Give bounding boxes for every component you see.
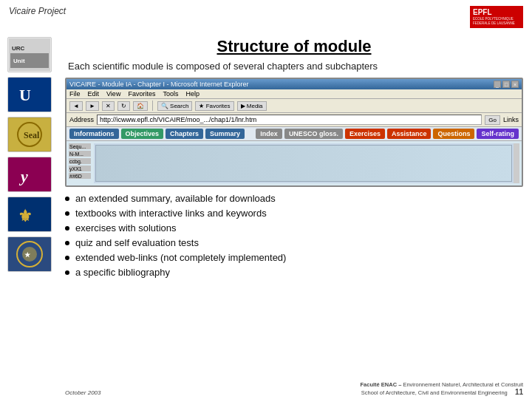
menu-file[interactable]: File	[69, 90, 81, 98]
address-input[interactable]: http://icwww.epfl.ch/VICAIRE/moo_.../cha…	[97, 115, 482, 125]
footer-date: October 2003	[65, 389, 100, 396]
tab-summary[interactable]: Summary	[205, 129, 245, 139]
nav-tabs: Informations Objectives Chapters Summary…	[66, 127, 522, 141]
svg-text:★: ★	[24, 251, 31, 259]
bullet-text-3: exercises with solutions	[75, 222, 177, 233]
bullet-item-5: extended web-links (not completely imple…	[65, 252, 523, 263]
forward-button[interactable]: ►	[86, 101, 99, 111]
project-title: Vicaire Project	[9, 6, 66, 16]
bullet-item-6: a specific bibliography	[65, 267, 523, 278]
tab-questions[interactable]: Questions	[433, 129, 474, 139]
bullet-text-4: quiz and self evaluation tests	[75, 237, 199, 248]
bullet-text-6: a specific bibliography	[75, 267, 170, 278]
svg-rect-13	[9, 158, 50, 191]
bullet-item-3: exercises with solutions	[65, 222, 523, 233]
svg-text:FEDERALE DE LAUSANNE: FEDERALE DE LAUSANNE	[473, 21, 515, 25]
links-label: Links	[503, 116, 519, 123]
tab-index[interactable]: Index	[256, 129, 282, 139]
bullets-list: an extended summary, available for downl…	[65, 193, 523, 278]
svg-text:Seal: Seal	[24, 130, 40, 140]
bullet-item-1: an extended summary, available for downl…	[65, 193, 523, 204]
svg-text:EPFL: EPFL	[473, 8, 492, 16]
svg-text:URC: URC	[12, 45, 25, 52]
menu-help[interactable]: Help	[185, 90, 200, 98]
tab-selfrating[interactable]: Self-rating	[477, 129, 519, 139]
browser-sidebar: Sequ... N-M... ccbg. yXX1 ##6D	[69, 143, 91, 183]
browser-scrollbar[interactable]	[514, 143, 519, 183]
address-label: Address	[69, 116, 94, 123]
footer: October 2003 Faculté ENAC – Environnemen…	[65, 381, 523, 396]
close-button[interactable]: ×	[511, 81, 519, 88]
main-content: Structure of module Each scientific modu…	[65, 37, 523, 278]
footer-page-num: 11	[515, 388, 523, 396]
logo-gold: Seal	[7, 117, 52, 152]
bullet-dot-2	[65, 211, 69, 216]
logo-seal: ★	[7, 236, 52, 272]
browser-content-area: Sequ... N-M... ccbg. yXX1 ##6D	[66, 141, 522, 185]
logo-trident: ⚜	[7, 197, 52, 232]
svg-text:ECOLE POLYTECHNIQUE: ECOLE POLYTECHNIQUE	[473, 17, 514, 21]
epfl-logo-svg: EPFL ECOLE POLYTECHNIQUE FEDERALE DE LAU…	[470, 6, 523, 28]
tab-assistance[interactable]: Assistance	[387, 129, 432, 139]
footer-info: Faculté ENAC – Environnement Naturel, Ar…	[360, 381, 523, 396]
bullet-dot-5	[65, 256, 69, 260]
menu-favorites[interactable]: Favorites	[128, 90, 155, 98]
nav-tabs-right: Index UNESCO gloss. Exercises Assistance…	[256, 129, 519, 139]
bullet-text-1: an extended summary, available for downl…	[75, 193, 276, 204]
back-button[interactable]: ◄	[69, 101, 83, 111]
browser-menu: File Edit View Favorites Tools Help	[66, 89, 522, 99]
home-button[interactable]: 🏠	[133, 101, 148, 111]
tab-objectives[interactable]: Objectives	[121, 129, 164, 139]
footer-dept: School of Architecture, Civil and Enviro…	[361, 389, 508, 396]
footer-school: Environnement Naturel, Architectural et …	[403, 381, 523, 388]
svg-text:U: U	[19, 86, 31, 104]
browser-window: VICAIRE - Module IA - Chapter I - Micros…	[65, 78, 523, 187]
media-button[interactable]: ▶ Media	[237, 101, 267, 111]
favorites-button[interactable]: ★ Favorites	[195, 101, 233, 111]
bullet-text-2: textbooks with interactive links and key…	[75, 208, 267, 219]
bullet-dot-3	[65, 226, 69, 231]
address-bar: Address http://icwww.epfl.ch/VICAIRE/moo…	[66, 113, 522, 127]
bullet-dot-4	[65, 241, 69, 245]
bullet-dot-6	[65, 270, 69, 275]
header: Vicaire Project EPFL ECOLE POLYTECHNIQUE…	[0, 0, 532, 34]
browser-titlebar: VICAIRE - Module IA - Chapter I - Micros…	[66, 79, 522, 89]
bullet-item-2: textbooks with interactive links and key…	[65, 208, 523, 219]
logo-urc: URC Unit	[7, 37, 52, 72]
maximize-button[interactable]: □	[502, 81, 510, 88]
logo-purple: y	[7, 157, 52, 192]
logo-ut: U	[7, 77, 52, 112]
bullet-dot-1	[65, 197, 69, 201]
menu-edit[interactable]: Edit	[88, 90, 100, 98]
tab-chapters[interactable]: Chapters	[166, 129, 203, 139]
sidebar-logos: URC Unit U Seal y ⚜ ★	[7, 37, 58, 272]
nav-tabs-left: Informations Objectives Chapters Summary	[69, 129, 245, 139]
footer-faculty: Faculté ENAC –	[360, 381, 401, 388]
bullet-text-5: extended web-links (not completely imple…	[75, 252, 286, 263]
bullet-item-4: quiz and self evaluation tests	[65, 237, 523, 248]
refresh-button[interactable]: ↻	[117, 101, 130, 111]
toolbar-separator	[152, 100, 153, 111]
browser-title: VICAIRE - Module IA - Chapter I - Micros…	[69, 81, 249, 88]
stop-button[interactable]: ✕	[102, 101, 115, 111]
epfl-logo: EPFL ECOLE POLYTECHNIQUE FEDERALE DE LAU…	[470, 6, 523, 31]
browser-main-content	[94, 143, 514, 183]
menu-tools[interactable]: Tools	[163, 90, 178, 98]
page-title: Structure of module	[65, 37, 523, 56]
svg-text:⚜: ⚜	[18, 207, 33, 225]
svg-text:Unit: Unit	[13, 58, 25, 64]
tab-informations[interactable]: Informations	[69, 129, 119, 139]
browser-controls: _ □ ×	[494, 81, 519, 88]
subtitle: Each scientific module is composed of se…	[68, 61, 523, 72]
menu-view[interactable]: View	[106, 90, 120, 98]
browser-toolbar: ◄ ► ✕ ↻ 🏠 🔍 Search ★ Favorites ▶ Media	[66, 99, 522, 113]
search-button[interactable]: 🔍 Search	[157, 101, 193, 111]
tab-exercises[interactable]: Exercises	[345, 129, 385, 139]
minimize-button[interactable]: _	[494, 81, 501, 88]
go-button[interactable]: Go	[485, 115, 500, 125]
tab-unesco[interactable]: UNESCO gloss.	[284, 129, 343, 139]
